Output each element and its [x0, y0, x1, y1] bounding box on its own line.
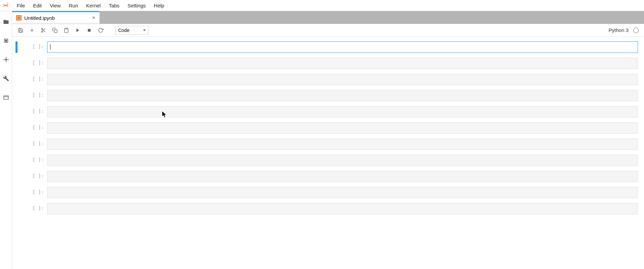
notebook-icon	[16, 15, 22, 21]
interrupt-button[interactable]	[84, 25, 94, 35]
cell-select-bar	[15, 138, 18, 150]
cell-input[interactable]	[47, 122, 638, 134]
cell-input[interactable]	[47, 138, 638, 150]
cell-input[interactable]	[47, 41, 638, 53]
svg-point-7	[41, 28, 43, 30]
input-prompt: [ ]:	[20, 90, 47, 101]
notebook-area[interactable]: [ ]:[ ]:[ ]:[ ]:[ ]:[ ]:[ ]:[ ]:[ ]:[ ]:…	[12, 37, 644, 269]
input-prompt: [ ]:	[20, 74, 47, 85]
code-cell[interactable]: [ ]:	[15, 122, 638, 134]
folder-icon[interactable]	[3, 19, 9, 25]
input-prompt: [ ]:	[20, 187, 47, 198]
commands-icon[interactable]	[3, 56, 9, 63]
cell-input[interactable]	[47, 155, 638, 166]
text-cursor	[50, 44, 50, 49]
menu-view[interactable]: View	[46, 1, 65, 10]
input-prompt: [ ]:	[20, 122, 47, 134]
input-prompt: [ ]:	[20, 106, 47, 117]
insert-cell-button[interactable]	[27, 25, 37, 35]
cell-select-bar	[15, 90, 18, 101]
paste-button[interactable]	[61, 25, 71, 35]
close-icon[interactable]: ×	[92, 15, 95, 21]
input-prompt: [ ]:	[20, 138, 47, 150]
cell-select-bar	[15, 106, 18, 117]
tab-bar: Untitled.ipynb ×	[12, 11, 644, 24]
menu-bar: File Edit View Run Kernel Tabs Settings …	[0, 0, 644, 11]
save-button[interactable]	[15, 25, 26, 35]
input-prompt: [ ]:	[20, 41, 47, 53]
cell-select-bar	[15, 203, 18, 214]
menu-tabs[interactable]: Tabs	[105, 1, 124, 10]
cell-input[interactable]	[47, 106, 638, 117]
code-cell[interactable]: [ ]:	[15, 74, 638, 85]
cell-input[interactable]	[47, 203, 638, 214]
tabs-icon[interactable]	[3, 94, 9, 101]
code-cell[interactable]: [ ]:	[15, 171, 638, 182]
cell-select-bar	[15, 58, 18, 69]
cut-button[interactable]	[38, 25, 48, 35]
cell-input[interactable]	[47, 74, 638, 85]
input-prompt: [ ]:	[20, 155, 47, 166]
cell-select-bar	[15, 187, 18, 198]
build-tools-icon[interactable]	[3, 75, 9, 82]
input-prompt: [ ]:	[20, 58, 47, 69]
code-cell[interactable]: [ ]:	[15, 203, 638, 214]
restart-button[interactable]	[96, 25, 106, 35]
input-prompt: [ ]:	[20, 171, 47, 182]
menu-edit[interactable]: Edit	[29, 1, 46, 10]
cell-select-bar	[15, 74, 18, 85]
svg-line-10	[44, 31, 45, 32]
svg-rect-2	[5, 40, 7, 42]
svg-rect-15	[88, 29, 91, 31]
svg-rect-12	[54, 30, 57, 33]
input-prompt: [ ]:	[20, 203, 47, 214]
tab-untitled[interactable]: Untitled.ipynb ×	[12, 11, 100, 24]
svg-marker-14	[76, 28, 79, 32]
menu-help[interactable]: Help	[150, 1, 168, 10]
svg-point-0	[7, 3, 8, 4]
svg-rect-13	[65, 28, 67, 29]
code-cell[interactable]: [ ]:	[15, 58, 638, 69]
notebook-toolbar: CodeMarkdownRaw Python 3	[12, 24, 644, 37]
kernel-name[interactable]: Python 3	[609, 27, 629, 33]
code-cell[interactable]: [ ]:	[15, 106, 638, 117]
code-cell[interactable]: [ ]:	[15, 155, 638, 166]
cell-input[interactable]	[47, 58, 638, 69]
code-cell[interactable]: [ ]:	[15, 187, 638, 198]
code-cell[interactable]: [ ]:	[15, 41, 638, 53]
cell-type-select[interactable]: CodeMarkdownRaw	[115, 26, 148, 35]
cell-input[interactable]	[47, 171, 638, 182]
menu-kernel[interactable]: Kernel	[82, 1, 105, 10]
menu-settings[interactable]: Settings	[124, 1, 150, 10]
activity-bar	[0, 11, 12, 269]
cell-select-bar	[15, 155, 18, 166]
kernel-status-icon[interactable]	[633, 28, 639, 33]
svg-point-8	[41, 31, 43, 32]
running-terminals-icon[interactable]	[3, 37, 9, 44]
cell-select-bar	[15, 41, 18, 53]
cell-select-bar	[15, 171, 18, 182]
svg-point-3	[5, 59, 7, 61]
code-cell[interactable]: [ ]:	[15, 138, 638, 150]
jupyter-logo-icon	[2, 2, 9, 9]
tab-title: Untitled.ipynb	[24, 15, 55, 21]
cell-input[interactable]	[47, 187, 638, 198]
menu-run[interactable]: Run	[65, 1, 82, 10]
menu-file[interactable]: File	[13, 1, 29, 10]
cell-select-bar	[15, 122, 18, 134]
run-button[interactable]	[73, 25, 83, 35]
svg-line-11	[42, 29, 43, 30]
svg-rect-4	[4, 96, 8, 100]
cell-input[interactable]	[47, 90, 638, 101]
code-cell[interactable]: [ ]:	[15, 90, 638, 101]
copy-button[interactable]	[50, 25, 60, 35]
